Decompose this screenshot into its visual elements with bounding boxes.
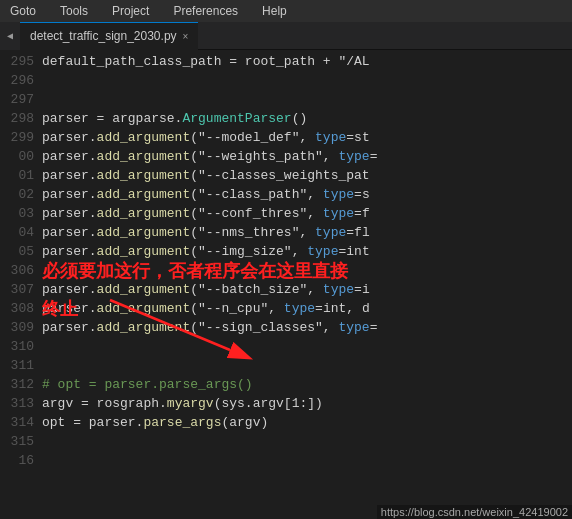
line-number: 308 — [4, 299, 34, 318]
code-token: ("--sign_classes", — [190, 320, 338, 335]
table-row — [42, 451, 572, 470]
code-token: = — [370, 320, 378, 335]
code-token: add_argument — [97, 168, 191, 183]
code-token: () — [292, 111, 308, 126]
code-token: ("--conf_thres", — [190, 206, 323, 221]
line-number: 296 — [4, 71, 34, 90]
line-number: 03 — [4, 204, 34, 223]
line-number: 01 — [4, 166, 34, 185]
menubar: Goto Tools Project Preferences Help — [0, 0, 572, 22]
code-token: ("--n_cpu", — [190, 301, 284, 316]
code-token: parser. — [42, 320, 97, 335]
code-token: add_argument — [97, 206, 191, 221]
tab-scroll-left[interactable]: ◀ — [0, 22, 20, 50]
code-token: =f — [354, 206, 370, 221]
code-token: parser = argparse. — [42, 111, 182, 126]
table-row: parser = argparse.ArgumentParser() — [42, 109, 572, 128]
menu-help[interactable]: Help — [256, 2, 293, 20]
code-token: add_argument — [97, 244, 191, 259]
line-number: 16 — [4, 451, 34, 470]
line-number: 00 — [4, 147, 34, 166]
code-token: parser. — [42, 282, 97, 297]
code-token: add_argument — [97, 320, 191, 335]
table-row: default_path_class_path = root_path + "/… — [42, 52, 572, 71]
code-token: add_argument — [97, 301, 191, 316]
line-number: 311 — [4, 356, 34, 375]
code-token: type — [307, 244, 338, 259]
line-number: 05 — [4, 242, 34, 261]
code-token: opt = parser. — [42, 415, 143, 430]
code-token: type — [323, 187, 354, 202]
tab-label: detect_traffic_sign_2030.py — [30, 29, 177, 43]
line-number: 309 — [4, 318, 34, 337]
code-token: ("--batch_size", — [190, 282, 323, 297]
table-row: parser.add_argument("--sign_classes", ty… — [42, 318, 572, 337]
code-token: parser. — [42, 244, 97, 259]
code-token: type — [338, 149, 369, 164]
line-number: 297 — [4, 90, 34, 109]
code-token: (argv) — [221, 415, 268, 430]
table-row: parser.add_argument("--weights_path", ty… — [42, 147, 572, 166]
code-token: parser. — [42, 301, 97, 316]
code-token: =int — [338, 244, 369, 259]
line-number: 313 — [4, 394, 34, 413]
line-number: 315 — [4, 432, 34, 451]
code-token: =fl — [346, 225, 369, 240]
code-token: parser. — [42, 130, 97, 145]
line-number: 299 — [4, 128, 34, 147]
menu-project[interactable]: Project — [106, 2, 155, 20]
code-token: = — [370, 149, 378, 164]
code-token: ("--class_path", — [190, 187, 323, 202]
menu-goto[interactable]: Goto — [4, 2, 42, 20]
code-token: parser. — [42, 225, 97, 240]
code-token: argv = rosgraph. — [42, 396, 167, 411]
code-token: parser. — [42, 187, 97, 202]
table-row: parser.add_argument("--n_cpu", type=int,… — [42, 299, 572, 318]
code-token: type — [338, 320, 369, 335]
tabbar: ◀ detect_traffic_sign_2030.py × — [0, 22, 572, 50]
code-token: ("--nms_thres", — [190, 225, 315, 240]
code-token: =st — [346, 130, 369, 145]
menu-tools[interactable]: Tools — [54, 2, 94, 20]
line-number: 04 — [4, 223, 34, 242]
code-token: parser. — [42, 149, 97, 164]
code-token: add_argument — [97, 225, 191, 240]
code-token: type — [284, 301, 315, 316]
table-row: argv = rosgraph.myargv(sys.argv[1:]) — [42, 394, 572, 413]
table-row: parser.add_argument("--nms_thres", type=… — [42, 223, 572, 242]
table-row — [42, 90, 572, 109]
tab-file[interactable]: detect_traffic_sign_2030.py × — [20, 22, 198, 50]
code-token: type — [315, 225, 346, 240]
line-number: 314 — [4, 413, 34, 432]
table-row — [42, 337, 572, 356]
line-number: 312 — [4, 375, 34, 394]
line-number: 306 — [4, 261, 34, 280]
table-row — [42, 356, 572, 375]
code-token: =i — [354, 282, 370, 297]
line-numbers: 2952962972982990001020304053063073083093… — [0, 50, 42, 519]
table-row — [42, 71, 572, 90]
table-row: # opt = parser.parse_args() — [42, 375, 572, 394]
code-token: default_path_class_path = root_path + "/… — [42, 54, 370, 69]
code-token: # opt = parser.parse_args() — [42, 377, 253, 392]
line-number: 295 — [4, 52, 34, 71]
table-row — [42, 261, 572, 280]
tab-close-button[interactable]: × — [183, 31, 189, 42]
table-row: opt = parser.parse_args(argv) — [42, 413, 572, 432]
line-number: 02 — [4, 185, 34, 204]
line-number: 298 — [4, 109, 34, 128]
code-token: myargv — [167, 396, 214, 411]
table-row: parser.add_argument("--conf_thres", type… — [42, 204, 572, 223]
code-token: parser. — [42, 168, 97, 183]
menu-preferences[interactable]: Preferences — [167, 2, 244, 20]
code-token: add_argument — [97, 282, 191, 297]
code-token: add_argument — [97, 187, 191, 202]
code-token: =int, d — [315, 301, 370, 316]
code-token: (sys.argv[1:]) — [214, 396, 323, 411]
code-token: ("--model_def", — [190, 130, 315, 145]
code-token: type — [323, 206, 354, 221]
code-token: parse_args — [143, 415, 221, 430]
table-row: parser.add_argument("--img_size", type=i… — [42, 242, 572, 261]
table-row — [42, 432, 572, 451]
code-content[interactable]: default_path_class_path = root_path + "/… — [42, 50, 572, 519]
